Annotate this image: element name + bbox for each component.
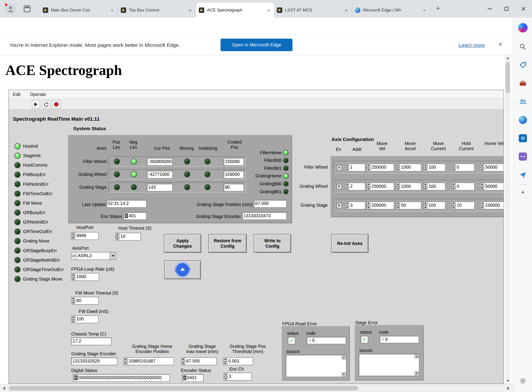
- scroll-up-icon[interactable]: [414, 355, 419, 359]
- reinit-axes-button[interactable]: Re-Init Axes: [331, 234, 369, 253]
- tab-close-icon[interactable]: ×: [266, 7, 271, 13]
- tab-close-icon[interactable]: ×: [421, 7, 427, 13]
- axis-port-field[interactable]: ASRL2:: [77, 252, 110, 260]
- horizontal-scrollbar[interactable]: [0, 384, 513, 392]
- home-vel-field[interactable]: 100000: [484, 201, 504, 209]
- hold-current-field[interactable]: 10: [456, 201, 475, 209]
- host-timeout-field[interactable]: 10: [119, 233, 141, 241]
- addr-field[interactable]: 3: [349, 201, 366, 209]
- people-icon[interactable]: [519, 98, 527, 106]
- spinner-arrows[interactable]: [345, 183, 349, 191]
- games-icon[interactable]: [519, 152, 527, 161]
- tab-close-icon[interactable]: ×: [343, 7, 349, 13]
- search-icon[interactable]: [519, 43, 527, 51]
- fw-move-timeout-field[interactable]: 60: [75, 297, 99, 305]
- outlook-icon[interactable]: O: [519, 134, 527, 142]
- add-sidebar-item-icon[interactable]: +: [519, 188, 527, 196]
- drop-icon[interactable]: [519, 171, 527, 179]
- spinner-arrows[interactable]: [423, 183, 428, 191]
- write-to-config-button[interactable]: Write to Config: [254, 234, 291, 253]
- spinner-arrows[interactable]: [423, 201, 428, 209]
- spinner-arrows[interactable]: [366, 164, 370, 172]
- copilot-icon[interactable]: [518, 23, 527, 33]
- enable-checkbox[interactable]: ×: [337, 203, 342, 208]
- horizontal-scroll-thumb[interactable]: [9, 386, 358, 391]
- toolbox-icon[interactable]: [519, 79, 527, 87]
- maximize-button[interactable]: [498, 0, 515, 18]
- move-current-field[interactable]: 100: [428, 183, 446, 191]
- spinner-arrows[interactable]: [181, 358, 185, 365]
- browser-tab[interactable]: Microsoft Edge | Wh ×: [352, 3, 430, 18]
- source-textarea[interactable]: [359, 354, 419, 376]
- addr-field[interactable]: 2: [349, 183, 366, 191]
- spinner-arrows[interactable]: [71, 297, 75, 305]
- vertical-scroll-thumb[interactable]: [506, 62, 510, 93]
- scroll-up-icon[interactable]: [342, 355, 346, 359]
- run-button[interactable]: [32, 100, 40, 108]
- scroll-down-icon[interactable]: [505, 378, 511, 384]
- run-continuous-button[interactable]: [42, 100, 50, 108]
- enable-checkbox[interactable]: ×: [337, 165, 342, 170]
- move-vel-field[interactable]: 250000: [370, 164, 394, 172]
- move-vel-field[interactable]: 200000: [370, 201, 394, 209]
- profile-avatar[interactable]: [5, 4, 15, 14]
- spinner-arrows[interactable]: [396, 183, 400, 191]
- menu-item[interactable]: Operate: [30, 92, 46, 97]
- apply-changes-button[interactable]: Apply Changes: [164, 234, 201, 253]
- move-accel-field[interactable]: 50: [400, 201, 422, 209]
- spinner-arrows[interactable]: [480, 183, 484, 191]
- abort-button[interactable]: [52, 100, 60, 108]
- spinner-arrows[interactable]: [451, 183, 456, 191]
- spinner-arrows[interactable]: [71, 232, 75, 240]
- spinner-arrows[interactable]: [223, 358, 227, 365]
- open-in-edge-button[interactable]: Open in Microsoft Edge: [220, 39, 292, 51]
- move-accel-field[interactable]: 1000: [400, 164, 422, 172]
- gs-pos-threshold-field[interactable]: 0.001: [227, 358, 253, 365]
- new-tab-button[interactable]: +: [434, 5, 442, 13]
- spinner-arrows[interactable]: [366, 183, 370, 191]
- source-textarea[interactable]: [286, 355, 346, 377]
- infobar-close-icon[interactable]: ×: [496, 40, 505, 49]
- spinner-arrows[interactable]: [451, 164, 456, 172]
- spinner-arrows[interactable]: [423, 164, 428, 172]
- sidebar-settings-gear-icon[interactable]: [519, 377, 527, 385]
- browser-tab[interactable]: Main Box Dome Con ×: [40, 3, 118, 18]
- browser-tab[interactable]: Top Box Control ×: [118, 3, 196, 18]
- scroll-right-icon[interactable]: [505, 384, 512, 392]
- scroll-up-icon[interactable]: [505, 55, 511, 61]
- spinner-arrows[interactable]: [124, 358, 128, 365]
- spinner-arrows[interactable]: [345, 201, 349, 209]
- learn-more-link[interactable]: Learn more: [459, 34, 485, 55]
- restore-from-config-button[interactable]: Restore from Config: [208, 234, 247, 253]
- dropdown-arrow-icon[interactable]: [110, 252, 116, 260]
- minimize-button[interactable]: [481, 0, 498, 18]
- hold-current-field[interactable]: 0: [456, 183, 475, 191]
- browser-tab[interactable]: LSST AT MCS ×: [274, 3, 352, 18]
- spinner-arrows[interactable]: [451, 201, 456, 209]
- home-vel-field[interactable]: 50000: [484, 183, 504, 191]
- workspaces-icon[interactable]: [24, 5, 30, 12]
- fw-dwell-field[interactable]: 100: [75, 315, 99, 323]
- gs-home-encoder-field[interactable]: 10885161687: [128, 358, 174, 365]
- shopping-icon[interactable]: [519, 61, 527, 69]
- host-port-field[interactable]: 9999: [75, 232, 99, 240]
- spinner-arrows[interactable]: [366, 201, 370, 209]
- home-vel-field[interactable]: 50000: [484, 164, 504, 172]
- hold-current-field[interactable]: 0: [456, 164, 475, 172]
- spinner-arrows[interactable]: [396, 201, 400, 209]
- menu-item[interactable]: Edit: [13, 92, 20, 97]
- scroll-left-icon[interactable]: [1, 384, 7, 392]
- tab-close-icon[interactable]: ×: [187, 7, 193, 13]
- vertical-scrollbar[interactable]: [505, 55, 511, 384]
- move-accel-field[interactable]: 1000: [400, 183, 422, 191]
- scroll-down-icon[interactable]: [342, 372, 346, 377]
- enc-ch-field[interactable]: 3: [228, 373, 252, 381]
- spinner-arrows[interactable]: [224, 373, 228, 381]
- spinner-arrows[interactable]: [345, 164, 349, 172]
- fpga-loop-rate-field[interactable]: 1000: [75, 273, 99, 281]
- browser-tab[interactable]: ACE Spectrograph ×: [196, 3, 274, 18]
- spinner-arrows[interactable]: [396, 164, 400, 172]
- spinner-arrows[interactable]: [115, 233, 119, 241]
- spinner-arrows[interactable]: [71, 315, 75, 323]
- close-button[interactable]: [515, 0, 532, 18]
